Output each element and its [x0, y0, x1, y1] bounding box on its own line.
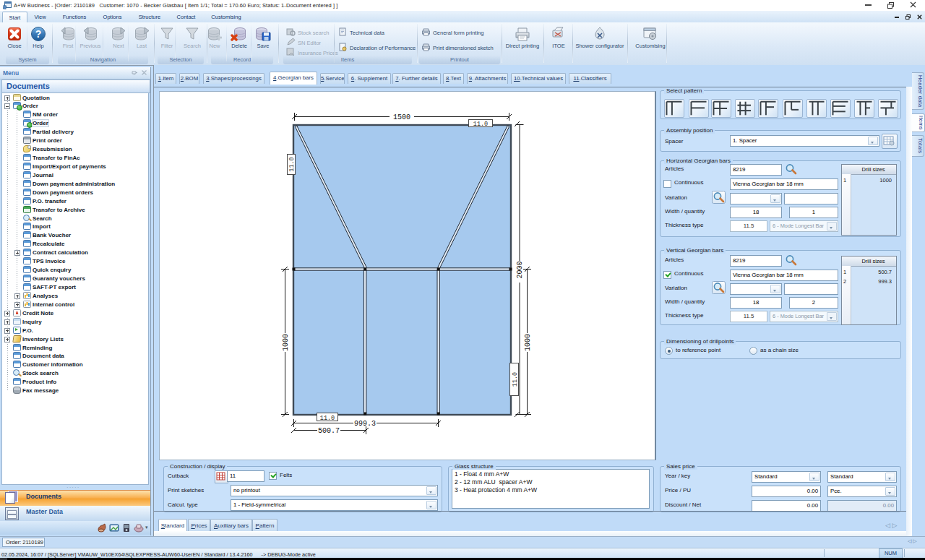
svg-text:11.0: 11.0	[320, 415, 335, 422]
svg-text:500.7: 500.7	[318, 427, 340, 435]
svg-text:1500: 1500	[393, 113, 410, 121]
svg-text:11.0: 11.0	[288, 157, 296, 171]
svg-text:11.0: 11.0	[473, 121, 488, 128]
svg-text:999.3: 999.3	[354, 420, 376, 428]
svg-text:1000: 1000	[282, 334, 290, 351]
svg-text:2000: 2000	[516, 261, 524, 278]
svg-text:11.0: 11.0	[512, 372, 519, 387]
svg-text:1000: 1000	[524, 334, 532, 351]
svg-text:?: ?	[35, 28, 42, 40]
